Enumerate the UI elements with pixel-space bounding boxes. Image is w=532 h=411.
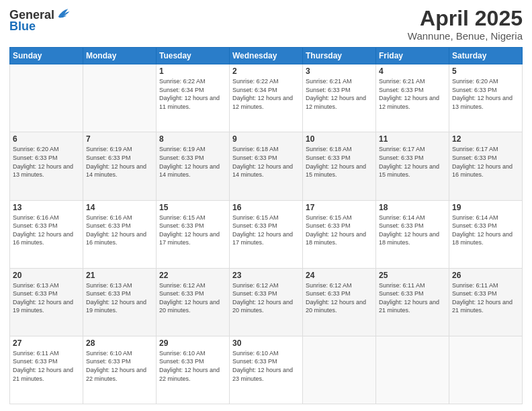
calendar-table: SundayMondayTuesdayWednesdayThursdayFrid…	[9, 47, 523, 404]
day-number: 2	[232, 66, 300, 76]
calendar-cell: 18Sunrise: 6:14 AMSunset: 6:33 PMDayligh…	[376, 200, 449, 268]
day-number: 13	[13, 203, 80, 212]
day-info: Sunrise: 6:15 AMSunset: 6:33 PMDaylight:…	[159, 214, 226, 247]
day-number: 1	[159, 66, 226, 76]
calendar-cell	[303, 336, 376, 404]
calendar-cell: 2Sunrise: 6:22 AMSunset: 6:34 PMDaylight…	[230, 64, 303, 132]
day-number: 21	[86, 271, 153, 280]
day-number: 17	[306, 203, 373, 212]
day-number: 19	[452, 203, 519, 212]
calendar-cell: 27Sunrise: 6:11 AMSunset: 6:33 PMDayligh…	[10, 336, 83, 404]
calendar-cell: 5Sunrise: 6:20 AMSunset: 6:33 PMDaylight…	[449, 64, 523, 132]
calendar-cell: 14Sunrise: 6:16 AMSunset: 6:33 PMDayligh…	[83, 200, 157, 268]
calendar-cell: 25Sunrise: 6:11 AMSunset: 6:33 PMDayligh…	[376, 268, 449, 336]
calendar-cell: 16Sunrise: 6:15 AMSunset: 6:33 PMDayligh…	[230, 200, 303, 268]
calendar-cell: 17Sunrise: 6:15 AMSunset: 6:33 PMDayligh…	[303, 200, 376, 268]
calendar-cell: 29Sunrise: 6:10 AMSunset: 6:33 PMDayligh…	[157, 336, 230, 404]
calendar-cell: 21Sunrise: 6:13 AMSunset: 6:33 PMDayligh…	[83, 268, 157, 336]
day-info: Sunrise: 6:13 AMSunset: 6:33 PMDaylight:…	[13, 281, 80, 315]
calendar-cell: 22Sunrise: 6:12 AMSunset: 6:33 PMDayligh…	[157, 268, 230, 336]
calendar-cell	[376, 336, 449, 404]
day-number: 4	[379, 66, 446, 76]
weekday-monday: Monday	[83, 48, 157, 64]
day-info: Sunrise: 6:16 AMSunset: 6:33 PMDaylight:…	[13, 214, 80, 247]
day-number: 25	[379, 271, 446, 280]
title-block: April 2025 Wannune, Benue, Nigeria	[408, 7, 523, 42]
day-number: 3	[306, 66, 373, 76]
page: General Blue April 2025 Wannune, Benue, …	[0, 0, 532, 411]
day-info: Sunrise: 6:20 AMSunset: 6:33 PMDaylight:…	[452, 77, 519, 111]
weekday-header-row: SundayMondayTuesdayWednesdayThursdayFrid…	[10, 48, 523, 64]
main-title: April 2025	[408, 7, 523, 30]
weekday-thursday: Thursday	[303, 48, 376, 64]
calendar-cell: 19Sunrise: 6:14 AMSunset: 6:33 PMDayligh…	[449, 200, 523, 268]
calendar-cell	[83, 64, 157, 132]
day-info: Sunrise: 6:14 AMSunset: 6:33 PMDaylight:…	[452, 214, 519, 247]
day-info: Sunrise: 6:11 AMSunset: 6:33 PMDaylight:…	[13, 349, 80, 383]
weekday-saturday: Saturday	[449, 48, 523, 64]
day-info: Sunrise: 6:11 AMSunset: 6:33 PMDaylight:…	[452, 281, 519, 315]
day-number: 23	[232, 271, 300, 280]
week-row-1: 1Sunrise: 6:22 AMSunset: 6:34 PMDaylight…	[10, 64, 523, 132]
day-info: Sunrise: 6:14 AMSunset: 6:33 PMDaylight:…	[379, 214, 446, 247]
day-info: Sunrise: 6:20 AMSunset: 6:33 PMDaylight:…	[13, 145, 80, 179]
weekday-wednesday: Wednesday	[230, 48, 303, 64]
day-number: 11	[379, 134, 446, 144]
logo-blue-text: Blue	[9, 20, 71, 32]
calendar-cell	[449, 336, 523, 404]
day-info: Sunrise: 6:11 AMSunset: 6:33 PMDaylight:…	[379, 281, 446, 315]
calendar-cell: 24Sunrise: 6:12 AMSunset: 6:33 PMDayligh…	[303, 268, 376, 336]
logo: General Blue	[9, 7, 71, 32]
day-number: 9	[232, 134, 300, 144]
weekday-sunday: Sunday	[10, 48, 83, 64]
day-number: 16	[232, 203, 300, 212]
calendar-cell: 30Sunrise: 6:10 AMSunset: 6:33 PMDayligh…	[230, 336, 303, 404]
day-info: Sunrise: 6:18 AMSunset: 6:33 PMDaylight:…	[232, 145, 300, 179]
day-number: 18	[379, 203, 446, 212]
day-info: Sunrise: 6:10 AMSunset: 6:33 PMDaylight:…	[232, 349, 300, 383]
calendar-cell: 9Sunrise: 6:18 AMSunset: 6:33 PMDaylight…	[230, 132, 303, 200]
week-row-3: 13Sunrise: 6:16 AMSunset: 6:33 PMDayligh…	[10, 200, 523, 268]
subtitle: Wannune, Benue, Nigeria	[408, 30, 523, 42]
day-info: Sunrise: 6:21 AMSunset: 6:33 PMDaylight:…	[306, 77, 373, 111]
calendar-body: 1Sunrise: 6:22 AMSunset: 6:34 PMDaylight…	[10, 64, 523, 404]
weekday-friday: Friday	[376, 48, 449, 64]
day-number: 6	[13, 134, 80, 144]
day-number: 5	[452, 66, 519, 76]
day-number: 10	[306, 134, 373, 144]
day-info: Sunrise: 6:19 AMSunset: 6:33 PMDaylight:…	[159, 145, 226, 179]
calendar-cell: 26Sunrise: 6:11 AMSunset: 6:33 PMDayligh…	[449, 268, 523, 336]
day-info: Sunrise: 6:19 AMSunset: 6:33 PMDaylight:…	[86, 145, 153, 179]
day-number: 14	[86, 203, 153, 212]
day-number: 20	[13, 271, 80, 280]
calendar-cell: 15Sunrise: 6:15 AMSunset: 6:33 PMDayligh…	[157, 200, 230, 268]
day-info: Sunrise: 6:15 AMSunset: 6:33 PMDaylight:…	[306, 214, 373, 247]
day-info: Sunrise: 6:15 AMSunset: 6:33 PMDaylight:…	[232, 214, 300, 247]
logo-bird-icon	[56, 7, 71, 21]
calendar-cell: 10Sunrise: 6:18 AMSunset: 6:33 PMDayligh…	[303, 132, 376, 200]
day-number: 30	[232, 338, 300, 348]
calendar-cell: 4Sunrise: 6:21 AMSunset: 6:33 PMDaylight…	[376, 64, 449, 132]
header: General Blue April 2025 Wannune, Benue, …	[9, 7, 523, 42]
calendar-cell: 8Sunrise: 6:19 AMSunset: 6:33 PMDaylight…	[157, 132, 230, 200]
day-number: 24	[306, 271, 373, 280]
calendar-cell: 13Sunrise: 6:16 AMSunset: 6:33 PMDayligh…	[10, 200, 83, 268]
day-info: Sunrise: 6:16 AMSunset: 6:33 PMDaylight:…	[86, 214, 153, 247]
day-number: 7	[86, 134, 153, 144]
calendar-cell: 1Sunrise: 6:22 AMSunset: 6:34 PMDaylight…	[157, 64, 230, 132]
day-info: Sunrise: 6:17 AMSunset: 6:33 PMDaylight:…	[379, 145, 446, 179]
day-number: 26	[452, 271, 519, 280]
calendar-cell: 28Sunrise: 6:10 AMSunset: 6:33 PMDayligh…	[83, 336, 157, 404]
day-number: 15	[159, 203, 226, 212]
day-number: 27	[13, 338, 80, 348]
calendar-cell: 6Sunrise: 6:20 AMSunset: 6:33 PMDaylight…	[10, 132, 83, 200]
day-info: Sunrise: 6:22 AMSunset: 6:34 PMDaylight:…	[159, 77, 226, 111]
week-row-2: 6Sunrise: 6:20 AMSunset: 6:33 PMDaylight…	[10, 132, 523, 200]
calendar-cell	[10, 64, 83, 132]
day-info: Sunrise: 6:12 AMSunset: 6:33 PMDaylight:…	[159, 281, 226, 315]
weekday-tuesday: Tuesday	[157, 48, 230, 64]
day-info: Sunrise: 6:10 AMSunset: 6:33 PMDaylight:…	[86, 349, 153, 383]
calendar-cell: 20Sunrise: 6:13 AMSunset: 6:33 PMDayligh…	[10, 268, 83, 336]
week-row-5: 27Sunrise: 6:11 AMSunset: 6:33 PMDayligh…	[10, 336, 523, 404]
day-number: 12	[452, 134, 519, 144]
